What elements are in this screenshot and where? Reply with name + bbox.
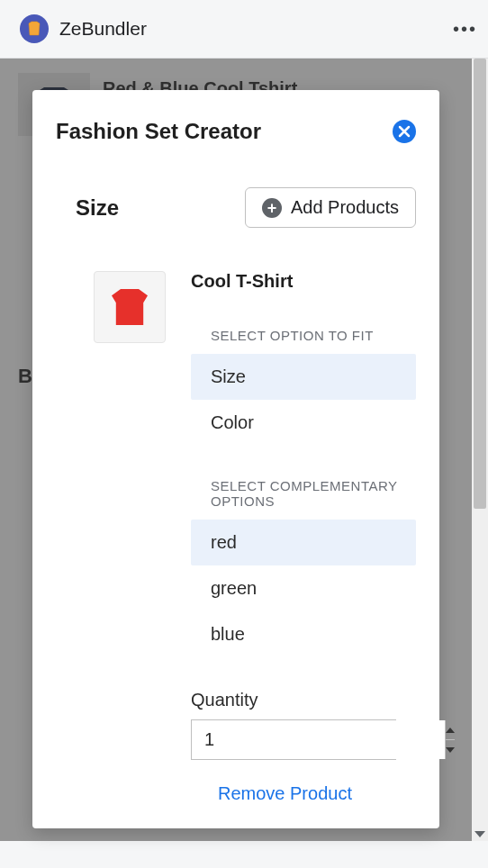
plus-icon: +: [262, 198, 282, 218]
scrollbar-thumb[interactable]: [474, 59, 486, 509]
scrollbar-track[interactable]: [472, 59, 488, 841]
quantity-row: [191, 719, 396, 760]
fit-option-color[interactable]: Color: [191, 400, 416, 446]
remove-product-link[interactable]: Remove Product: [191, 783, 352, 804]
comp-option-blue[interactable]: blue: [191, 611, 416, 657]
add-products-label: Add Products: [291, 197, 399, 218]
quantity-input[interactable]: [192, 720, 445, 759]
app-header-left: ZeBundler: [20, 14, 147, 43]
product-details: Cool T-Shirt SELECT OPTION TO FIT Size C…: [191, 271, 416, 804]
fit-option-list: Size Color: [191, 354, 416, 446]
scroll-down-icon[interactable]: [474, 831, 485, 837]
fit-option-size[interactable]: Size: [191, 354, 416, 400]
quantity-up-button[interactable]: [446, 720, 455, 739]
comp-option-list: red green blue: [191, 520, 416, 657]
app-header: ZeBundler •••: [0, 0, 488, 59]
size-row: Size + Add Products: [56, 187, 416, 228]
close-icon: [398, 125, 411, 138]
fit-section-label: SELECT OPTION TO FIT: [191, 328, 416, 343]
quantity-down-button[interactable]: [446, 739, 455, 759]
chevron-down-icon: [446, 747, 455, 753]
product-thumb: [94, 271, 166, 343]
modal-header: Fashion Set Creator: [56, 119, 416, 144]
chevron-up-icon: [446, 728, 455, 733]
add-products-button[interactable]: + Add Products: [245, 187, 416, 228]
close-button[interactable]: [393, 120, 416, 143]
quantity-spinners: [445, 720, 455, 759]
product-area: Cool T-Shirt SELECT OPTION TO FIT Size C…: [56, 271, 416, 804]
shirt-red-icon: [112, 289, 148, 325]
size-label: Size: [76, 195, 119, 221]
comp-option-green[interactable]: green: [191, 565, 416, 611]
app-logo-icon: [20, 14, 49, 43]
app-title: ZeBundler: [59, 18, 147, 40]
modal-title: Fashion Set Creator: [56, 119, 261, 144]
more-menu-icon[interactable]: •••: [453, 20, 477, 38]
comp-section-label: SELECT COMPLEMENTARY OPTIONS: [191, 478, 416, 509]
quantity-label: Quantity: [191, 690, 416, 710]
comp-option-red[interactable]: red: [191, 520, 416, 565]
modal: Fashion Set Creator Size + Add Products …: [32, 90, 439, 828]
product-name: Cool T-Shirt: [191, 271, 416, 292]
